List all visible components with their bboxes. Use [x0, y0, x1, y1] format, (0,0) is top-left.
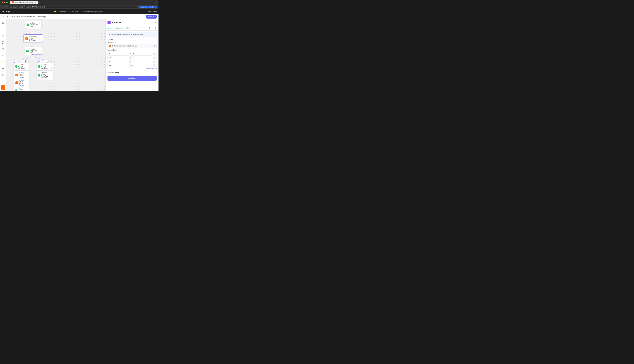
node2-menu[interactable]: ⋮ — [40, 36, 42, 38]
sidebar-grid-icon[interactable]: ⋮⋮ — [1, 27, 5, 32]
forward-button[interactable]: › — [4, 6, 4, 8]
lookup-table-label: Lookup Table — [108, 49, 157, 51]
lookup-key-input-1[interactable] — [108, 56, 130, 60]
nodeB2-menu[interactable]: ⋮ — [50, 72, 52, 73]
nodeB1-menu[interactable]: ⋮ — [50, 64, 52, 65]
add-btn-b2[interactable]: + — [42, 76, 45, 79]
nodeA1-menu[interactable]: ⋮ — [27, 64, 28, 65]
lookup-row: + × — [108, 52, 157, 56]
sidebar-clock-icon[interactable]: ⏱ — [1, 53, 5, 58]
panel-close-btn[interactable]: ✕ — [154, 21, 157, 24]
paths-split-label: Paths Split paths — [30, 53, 43, 55]
lookup-value-input-3[interactable] — [130, 64, 152, 67]
zap-icon: ⚡ — [2, 10, 4, 13]
tab-configure[interactable]: Configure ✓ — [116, 27, 125, 29]
superchat-icon-b: ✓ — [38, 74, 40, 76]
address-input[interactable] — [8, 5, 138, 8]
relaunch-button[interactable]: Relaunch to update ⋮ — [139, 6, 157, 8]
panel-undo-icon[interactable]: ↩ — [151, 27, 154, 30]
new-tab-button[interactable]: + — [38, 1, 40, 4]
active-tab[interactable]: New Order Delivery Messa... × — [10, 0, 38, 4]
lookup-value-input-1[interactable] — [130, 56, 152, 60]
lookup-row-remove-3[interactable]: × — [156, 64, 157, 67]
lookup-row-add-0[interactable]: + — [153, 52, 154, 55]
tab-close[interactable]: × — [35, 2, 36, 3]
lookup-key-label: Lookup Key — [108, 41, 157, 43]
publish-button[interactable]: Publish — [146, 15, 157, 18]
traffic-light-green[interactable] — [6, 2, 8, 3]
info-box: ℹ Given a key and table - find the match… — [108, 32, 157, 37]
sidebar-bottom-icon[interactable]: Z — [1, 85, 5, 90]
node-utilities[interactable]: ≡ Formatter by Zapier 2. Utilities ⋮ — [24, 34, 43, 42]
lookup-value-input-2[interactable] — [130, 60, 152, 63]
sidebar-home-icon[interactable]: ⊞ — [1, 20, 5, 25]
nodeA3-menu[interactable]: ⋮ — [27, 79, 28, 81]
formatter-icon: ≡ — [26, 37, 28, 40]
add-btn-2[interactable]: + — [31, 44, 33, 47]
lookup-value-input-0[interactable] — [130, 52, 152, 56]
lookup-row-remove-1[interactable]: × — [156, 56, 157, 59]
breadcrumb-name[interactable]: New Order Delivery Message — [75, 10, 97, 12]
tab-setup[interactable]: Setup ✓ — [108, 27, 114, 29]
sidebar-zap-icon[interactable]: ⚡ — [1, 60, 5, 64]
add-value-set-link[interactable]: + Add value set — [108, 68, 157, 70]
sidebar-message-icon[interactable]: 💬 — [1, 40, 5, 44]
help-button[interactable]: Help — [153, 10, 157, 12]
tab-test[interactable]: Test ✓ — [126, 27, 131, 29]
nodeB1-expand[interactable]: ▾ — [51, 68, 52, 69]
panel-title-icon: ~ — [108, 21, 110, 24]
node-superchat-a[interactable]: ✓ Superchat 7. Send WhatsApp Template ⋮ — [14, 86, 30, 91]
dropdown-icon[interactable]: ▾ — [104, 10, 104, 13]
code-icon-1: { } — [16, 74, 18, 76]
lookup-table: + × + × + × + × — [108, 52, 157, 67]
lookup-key-row[interactable]: 🛍 1. Billing Address Country Code: DE + — [108, 44, 157, 48]
lookup-row-add-2[interactable]: + — [153, 60, 154, 63]
node-shopify[interactable]: ✓ 🛍 Shopify 1. New Paid Order ⋮ — [25, 21, 42, 29]
traffic-light-yellow[interactable] — [4, 2, 6, 3]
sidebar-table-icon[interactable]: ▤ — [1, 47, 5, 51]
lookup-key-input-0[interactable] — [108, 52, 130, 56]
node-superchat-b[interactable]: ✓ Superchat 9. Send WhatsApp Template ⋮ — [37, 70, 53, 80]
superchat-icon-a: ✓ — [16, 89, 17, 91]
node1-menu[interactable]: ⋮ — [39, 22, 40, 24]
nodeA2-menu[interactable]: ⋮ — [27, 72, 28, 73]
panel-refresh-icon[interactable]: ↺ — [148, 27, 150, 30]
lookup-key-text: 1. Billing Address Country Code: DE — [112, 45, 153, 47]
back-button[interactable]: ‹ — [2, 6, 2, 8]
refresh-button[interactable]: ↻ — [5, 6, 7, 8]
breadcrumb-folder[interactable]: Ecommerce S... — [57, 10, 69, 12]
lookup-row-remove-0[interactable]: × — [156, 52, 157, 55]
lookup-row-add-1[interactable]: + — [153, 56, 154, 59]
version-indicator — [7, 16, 8, 18]
nodeA4-menu[interactable]: ⋮ — [27, 87, 28, 88]
lookup-key-add-btn[interactable]: + — [154, 44, 155, 47]
node-path-b-conditions[interactable]: ✓ ⤢ Paths 8. Path conditions ⋮ ▾ — [37, 62, 53, 70]
lookup-row-add-3[interactable]: + — [153, 64, 154, 67]
back-nav-button[interactable]: ‹ — [2, 15, 5, 18]
path-a-container[interactable]: Path A ▾ ⋮ — [14, 60, 26, 63]
fallback-label: Fallback Value — [108, 72, 157, 73]
lookup-key-value: DE — [135, 45, 137, 47]
lookup-key-input-2[interactable] — [108, 60, 130, 63]
shopify-icon: ✓ — [27, 24, 29, 26]
sidebar-archive-icon[interactable]: 🗄 — [1, 73, 5, 77]
traffic-light-red[interactable] — [2, 2, 3, 3]
path-b-cond-icon: ✓ — [38, 65, 40, 68]
add-btn-3[interactable]: + — [31, 57, 33, 59]
sidebar-settings-icon[interactable]: ⚙ — [1, 66, 5, 71]
sidebar-file-icon[interactable]: 📄 — [1, 34, 5, 38]
browser-menu[interactable]: ⋯ — [155, 1, 157, 4]
panel-redo-icon[interactable]: ↻ — [154, 27, 157, 30]
draft-badge: Draft — [98, 10, 103, 12]
node-path-a-conditions[interactable]: ✓ ⤢ Paths 4. Path conditions ⋮ ▾ — [14, 62, 30, 70]
path-b-container[interactable]: Path B ▾ ⋮ — [37, 60, 48, 63]
continue-button[interactable]: Continue — [108, 76, 157, 81]
panel-expand-btn[interactable]: ⛶ — [151, 21, 154, 24]
nodeA1-expand[interactable]: ▾ — [28, 68, 28, 69]
tab-title: New Order Delivery Messa... — [14, 2, 34, 3]
node3-menu[interactable]: ⋮ — [39, 48, 41, 50]
lookup-row: + × — [108, 56, 157, 60]
lookup-row-remove-2[interactable]: × — [156, 60, 157, 63]
lookup-key-input-3[interactable] — [108, 64, 130, 67]
add-btn-1[interactable]: + — [31, 32, 33, 34]
